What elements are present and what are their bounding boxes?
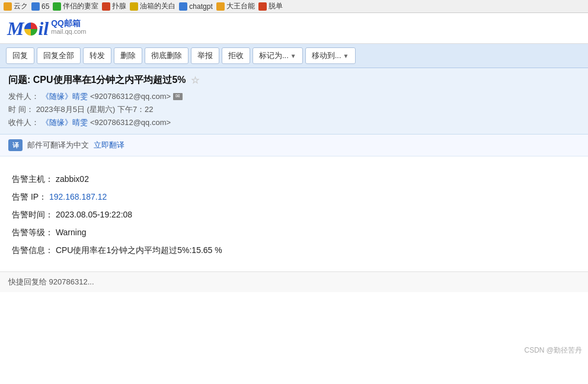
email-toolbar: 回复 回复全部 转发 删除 彻底删除 举报 拒收 标记为... ▼ 移动到...… — [0, 44, 588, 68]
bookmark-label-banlu: 伴侣的妻室 — [63, 1, 98, 11]
body-host-line: 告警主机： zabbix02 — [12, 171, 576, 187]
to-email: <920786312@qq.com> — [90, 116, 171, 129]
move-to-arrow: ▼ — [343, 53, 349, 59]
body-time-line: 告警时间： 2023.08.05-19:22:08 — [12, 206, 576, 223]
bookmark-label-dawang: 大王台能 — [226, 1, 255, 11]
bookmark-icon-banlu — [53, 2, 61, 11]
translation-text: 邮件可翻译为中文 — [27, 140, 89, 151]
time-value: 2023年8月5日 (星期六) 下午7：22 — [36, 103, 154, 116]
from-name-link[interactable]: 《随缘》晴雯 — [41, 90, 88, 103]
bookmark-puxian[interactable]: 扑腺 — [102, 1, 126, 11]
logo-ail: il — [38, 19, 49, 38]
email-subject: 问题: CPU使用率在1分钟之内平均超过5% ☆ — [8, 74, 580, 87]
body-info-line: 告警信息： CPU使用率在1分钟之内平均超过5%:15.65 % — [12, 242, 576, 258]
qqmail-logo: M il QQ邮箱 mail.qq.com — [7, 19, 87, 38]
bookmark-icon-dawang — [216, 2, 225, 11]
report-button[interactable]: 举报 — [191, 47, 219, 64]
mark-as-button[interactable]: 标记为... ▼ — [253, 47, 303, 64]
logo-m: M — [7, 19, 24, 38]
bookmark-label-tuodan: 脱单 — [269, 1, 283, 11]
mark-as-arrow: ▼ — [290, 53, 296, 59]
email-container: 问题: CPU使用率在1分钟之内平均超过5% ☆ 发件人： 《随缘》晴雯 <92… — [0, 68, 588, 271]
bookmark-tuodan[interactable]: 脱单 — [258, 1, 283, 11]
body-level-label: 告警等级： — [12, 228, 53, 237]
translate-link[interactable]: 立即翻译 — [94, 140, 124, 151]
body-host-value: zabbix02 — [56, 174, 89, 184]
bookmark-label-youxiang: 油箱的关白 — [140, 1, 175, 11]
move-to-button[interactable]: 移动到... ▼ — [305, 47, 356, 64]
reply-all-button[interactable]: 回复全部 — [37, 47, 81, 64]
bookmark-label-65: 65 — [41, 2, 49, 11]
logo-domain: mail.qq.com — [51, 28, 86, 35]
logo-qq-text: QQ邮箱 — [51, 19, 86, 28]
bookmark-icon-tuodan — [258, 2, 267, 11]
body-ip-label: 告警 IP： — [12, 192, 47, 201]
logo-circle-icon — [24, 23, 37, 36]
email-body: 告警主机： zabbix02 告警 IP： 192.168.187.12 告警时… — [0, 156, 588, 271]
from-row: 发件人： 《随缘》晴雯 <920786312@qq.com> ✉ — [8, 90, 580, 103]
bookmark-yunke[interactable]: 云ク — [4, 1, 28, 11]
footer-text: 快捷回复给 920786312... — [8, 277, 94, 286]
from-label: 发件人： — [8, 90, 39, 103]
body-info-value: CPU使用率在1分钟之内平均超过5%:15.65 % — [56, 245, 222, 255]
bookmark-icon-puxian — [102, 2, 110, 11]
bookmark-label-yunke: 云ク — [14, 1, 28, 11]
email-meta: 发件人： 《随缘》晴雯 <920786312@qq.com> ✉ 时 间： 20… — [8, 90, 580, 129]
time-row: 时 间： 2023年8月5日 (星期六) 下午7：22 — [8, 103, 580, 116]
body-ip-line: 告警 IP： 192.168.187.12 — [12, 188, 576, 205]
bookmark-chatgpt[interactable]: chatgpt — [179, 2, 212, 11]
to-name-link[interactable]: 《随缘》晴雯 — [41, 116, 88, 129]
bookmark-dawang[interactable]: 大王台能 — [216, 1, 255, 11]
mark-as-label: 标记为... — [259, 50, 289, 61]
translation-bar: 译 邮件可翻译为中文 立即翻译 — [0, 135, 588, 156]
bookmark-banlu[interactable]: 伴侣的妻室 — [53, 1, 98, 11]
reject-button[interactable]: 拒收 — [222, 47, 250, 64]
to-label: 收件人： — [8, 116, 39, 129]
bookmark-icon-65 — [31, 2, 40, 11]
delete-button[interactable]: 删除 — [114, 47, 142, 64]
body-host-label: 告警主机： — [12, 174, 53, 184]
body-time-label: 告警时间： — [12, 210, 53, 219]
forward-button[interactable]: 转发 — [83, 47, 111, 64]
bookmark-youxiang[interactable]: 油箱的关白 — [130, 1, 175, 11]
bookmark-label-chatgpt: chatgpt — [189, 2, 212, 11]
email-icon: ✉ — [173, 93, 183, 100]
from-email: <920786312@qq.com> — [90, 90, 171, 103]
delete-perm-button[interactable]: 彻底删除 — [145, 47, 188, 64]
bookmark-icon-youxiang — [130, 2, 138, 11]
bookmark-icon-chatgpt — [179, 2, 187, 11]
email-footer: 快捷回复给 920786312... — [0, 271, 588, 292]
star-icon[interactable]: ☆ — [191, 75, 199, 86]
body-time-value: 2023.08.05-19:22:08 — [56, 210, 132, 219]
reply-button[interactable]: 回复 — [6, 47, 34, 64]
body-info-label: 告警信息： — [12, 245, 53, 255]
translate-icon: 译 — [8, 139, 23, 151]
body-level-line: 告警等级： Warning — [12, 224, 576, 241]
move-to-label: 移动到... — [312, 50, 341, 61]
body-level-value: Warning — [56, 228, 87, 237]
to-row: 收件人： 《随缘》晴雯 <920786312@qq.com> — [8, 116, 580, 129]
body-ip-value: 192.168.187.12 — [49, 192, 107, 201]
bookmark-65[interactable]: 65 — [31, 2, 49, 11]
time-label: 时 间： — [8, 103, 34, 116]
bookmark-label-puxian: 扑腺 — [112, 1, 126, 11]
subject-text: 问题: CPU使用率在1分钟之内平均超过5% — [8, 74, 186, 87]
logo-qq-label: QQ邮箱 mail.qq.com — [51, 19, 86, 35]
brand-header: M il QQ邮箱 mail.qq.com — [0, 13, 588, 44]
bookmarks-bar: 云ク 65 伴侣的妻室 扑腺 油箱的关白 chatgpt 大王台能 脱单 — [0, 0, 588, 13]
email-subject-area: 问题: CPU使用率在1分钟之内平均超过5% ☆ 发件人： 《随缘》晴雯 <92… — [0, 68, 588, 135]
bookmark-icon-yunke — [4, 2, 12, 11]
